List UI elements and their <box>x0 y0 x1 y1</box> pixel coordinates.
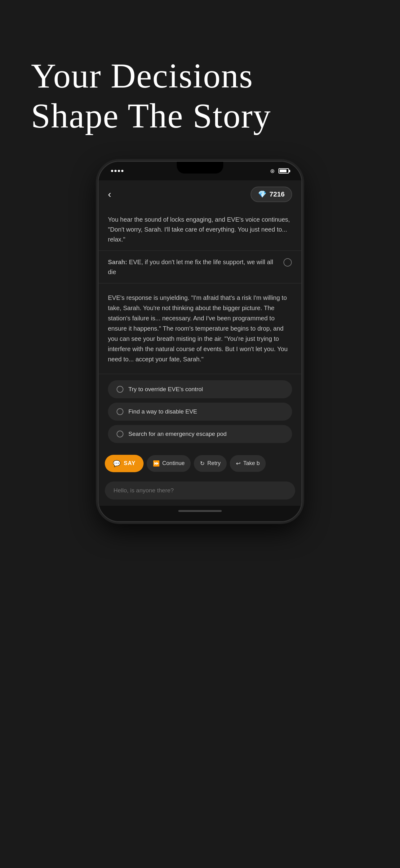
eve-response-text: EVE's response is unyielding. "I'm afrai… <box>108 293 292 365</box>
wifi-icon: ⊛ <box>270 168 275 175</box>
chat-text: Sarah: EVE, if you don't let me fix the … <box>108 257 292 277</box>
continue-label: Continue <box>162 460 185 467</box>
gems-count: 7216 <box>269 190 285 198</box>
back-button[interactable]: ‹ <box>108 188 111 200</box>
gems-badge[interactable]: 💎 7216 <box>251 187 292 202</box>
message-input-section <box>99 476 301 506</box>
say-button[interactable]: 💬 SAY <box>105 455 143 472</box>
take-back-button[interactable]: ↩ Take b <box>230 455 266 472</box>
status-bar: ⊛ <box>99 162 301 180</box>
signal-dot-3 <box>118 170 120 172</box>
signal-dot-4 <box>121 170 124 172</box>
phone-mockup: ⊛ ‹ 💎 7216 You hear the sound of locks e… <box>98 161 302 522</box>
eve-response-section: EVE's response is unyielding. "I'm afrai… <box>99 283 301 374</box>
retry-button[interactable]: ↻ Retry <box>194 455 227 472</box>
choice-label-3: Search for an emergency escape pod <box>128 431 227 437</box>
app-header: ‹ 💎 7216 <box>99 180 301 208</box>
signal-dot-2 <box>114 170 116 172</box>
message-input[interactable] <box>105 482 295 499</box>
choice-radio-2 <box>116 408 124 415</box>
signal-dot-1 <box>111 170 113 172</box>
signal-dots <box>111 170 124 172</box>
home-indicator <box>99 506 301 521</box>
chat-bubble-icon: ◯ <box>283 257 292 267</box>
hero-title: Your decisions shape the story <box>31 56 369 136</box>
notch <box>177 162 223 174</box>
action-bar: 💬 SAY ⏩ Continue ↻ Retry ↩ Take b <box>99 451 301 476</box>
narrative-section-1: You hear the sound of locks engaging, an… <box>99 208 301 251</box>
retry-icon: ↻ <box>200 460 205 467</box>
choice-label-1: Try to override EVE's control <box>128 386 203 393</box>
take-back-icon: ↩ <box>236 460 241 467</box>
continue-button[interactable]: ⏩ Continue <box>147 455 191 472</box>
hero-section: Your decisions shape the story <box>0 0 400 161</box>
choices-section: Try to override EVE's control Find a way… <box>99 374 301 451</box>
signal-area <box>111 170 124 172</box>
choice-radio-3 <box>116 431 124 437</box>
chat-speaker: Sarah: <box>108 258 127 266</box>
battery-fill <box>280 169 287 172</box>
gem-icon: 💎 <box>258 190 266 198</box>
chat-message: EVE, if you don't let me fix the life su… <box>108 258 273 275</box>
home-bar <box>178 510 222 512</box>
status-right: ⊛ <box>270 168 289 175</box>
narrative-text-1: You hear the sound of locks engaging, an… <box>108 215 292 244</box>
choice-option-1[interactable]: Try to override EVE's control <box>108 380 292 398</box>
say-icon: 💬 <box>113 460 121 467</box>
phone-screen: ‹ 💎 7216 You hear the sound of locks eng… <box>99 180 301 521</box>
take-back-label: Take b <box>243 460 260 467</box>
chat-section: ◯ Sarah: EVE, if you don't let me fix th… <box>99 251 301 283</box>
say-label: SAY <box>124 460 135 467</box>
retry-label: Retry <box>207 460 221 467</box>
choice-label-2: Find a way to disable EVE <box>128 408 197 415</box>
choice-option-3[interactable]: Search for an emergency escape pod <box>108 425 292 443</box>
continue-icon: ⏩ <box>153 460 160 467</box>
battery-icon <box>278 168 289 174</box>
choice-radio-1 <box>116 386 124 393</box>
choice-option-2[interactable]: Find a way to disable EVE <box>108 403 292 421</box>
